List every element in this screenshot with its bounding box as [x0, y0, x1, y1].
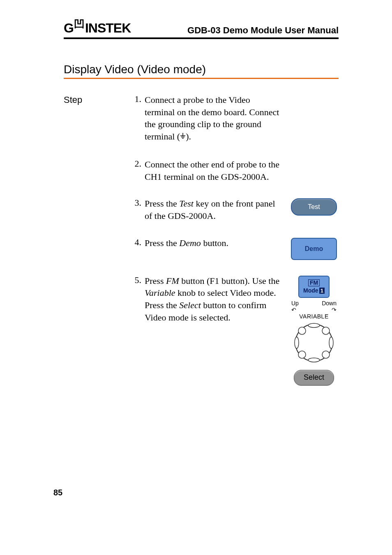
step-text: Press the Demo button.: [145, 237, 289, 260]
step-text: Connect the other end of probe to the CH…: [145, 158, 289, 183]
svg-point-5: [308, 323, 320, 327]
select-button[interactable]: Select: [294, 370, 334, 385]
down-arrow-icon: ↷: [332, 307, 337, 313]
step-row: 4. Press the Demo button. Demo: [127, 237, 339, 260]
step-number: 2.: [127, 158, 145, 183]
content-body: Step 1. Connect a probe to the Video ter…: [64, 94, 339, 385]
logo-g: G: [64, 21, 74, 36]
step-row: 5. Press FM button (F1 button). Use the …: [127, 275, 339, 385]
header: G 凹 INSTEK GDB-03 Demo Module User Manua…: [64, 21, 339, 39]
up-arrow-icon: ↶: [291, 307, 296, 313]
svg-point-6: [308, 358, 320, 362]
step-text: Press the Test key on the front panel of…: [145, 197, 289, 222]
select-button-label: Select: [304, 373, 324, 382]
fm-mode-button[interactable]: FM Mode 1: [298, 276, 330, 298]
step-row: 1. Connect a probe to the Video terminal…: [127, 94, 339, 144]
page-number: 85: [53, 488, 62, 497]
brand-logo: G 凹 INSTEK: [64, 21, 131, 36]
test-button[interactable]: Test: [291, 198, 337, 216]
step-column-label: Step: [64, 94, 127, 385]
logo-omega-icon: 凹: [74, 19, 85, 30]
svg-point-7: [295, 337, 299, 348]
demo-button[interactable]: Demo: [291, 238, 337, 260]
svg-point-8: [329, 337, 333, 348]
step-number: 4.: [127, 237, 145, 260]
step-number: 1.: [127, 94, 145, 144]
variable-knob[interactable]: [293, 322, 334, 366]
step-number: 3.: [127, 197, 145, 222]
step-row: 3. Press the Test key on the front panel…: [127, 197, 339, 222]
variable-label: VARIABLE: [299, 313, 328, 320]
step-text: Press FM button (F1 button). Use the Var…: [145, 275, 289, 385]
steps-list: 1. Connect a probe to the Video terminal…: [127, 94, 339, 385]
test-button-label: Test: [308, 203, 320, 211]
ground-icon: [180, 131, 186, 144]
demo-button-label: Demo: [305, 245, 323, 253]
down-label: Down: [322, 300, 337, 307]
section-title: Display Video (Video mode): [64, 63, 339, 79]
step-row: 2. Connect the other end of probe to the…: [127, 158, 339, 183]
variable-labels: Up ↶ Down ↷: [291, 300, 337, 313]
step-text: Connect a probe to the Video terminal on…: [145, 94, 289, 144]
step-number: 5.: [127, 275, 145, 385]
fm-button-line1: FM: [308, 279, 320, 286]
up-label: Up: [291, 300, 299, 307]
fm-button-line2: Mode 1: [303, 287, 325, 294]
knob-icon: [293, 322, 334, 363]
logo-instek: INSTEK: [85, 21, 131, 36]
manual-title: GDB-03 Demo Module User Manual: [187, 25, 339, 36]
